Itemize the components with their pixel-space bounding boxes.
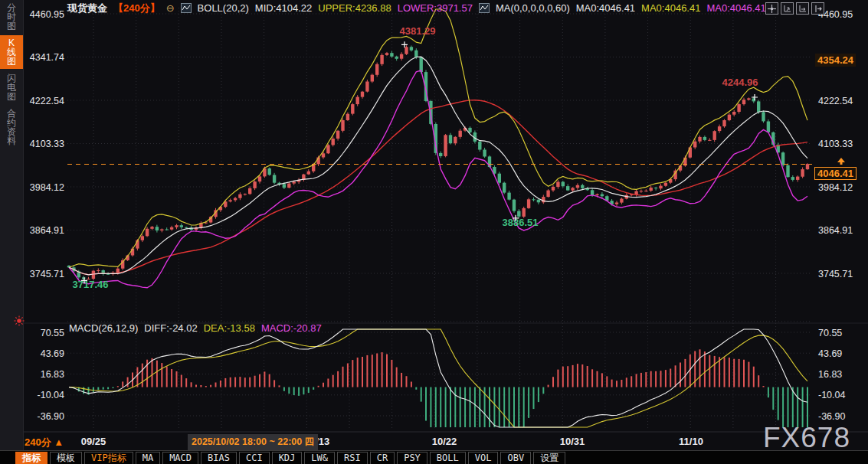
period-dropdown-arrow-icon: ▲ — [54, 436, 64, 448]
x-axis-label-3: 10/31 — [560, 436, 585, 447]
y-axis-label-left: 4341.74 — [30, 52, 64, 63]
current-price-badge: 4046.41 — [814, 167, 857, 180]
red-sun-icon[interactable] — [14, 315, 25, 326]
boll-lower-value: LOWER:3971.57 — [398, 2, 473, 14]
y-axis-label-left: 3984.12 — [30, 182, 64, 193]
boll-label: BOLL(20,2) — [198, 2, 249, 14]
macd-value: MACD:-20.87 — [261, 322, 322, 334]
sidebar-item-1[interactable]: K 线 图 — [0, 35, 23, 69]
high-price-badge: 4354.24 — [815, 54, 856, 67]
x-axis-label-4: 11/10 — [679, 436, 703, 447]
toolbar-item-10[interactable]: CR — [370, 452, 395, 464]
macd-axis-label-right: 70.55 — [818, 328, 842, 338]
y-axis-label-left: 3745.71 — [30, 269, 64, 279]
collapse-indicator-icon[interactable]: ⊖ — [166, 3, 175, 13]
y-axis-label-right: 3984.12 — [818, 182, 853, 193]
y-axis-label-left: 4222.54 — [30, 96, 64, 106]
bar-time-range-badge: 2025/10/02 18:00 ~ 22:00 四 — [188, 434, 318, 450]
price-annotation: 3886.51 — [503, 217, 539, 228]
price-annotation: 3717.46 — [73, 279, 109, 290]
y-axis-label-right: 4103.33 — [818, 139, 853, 149]
sidebar: 分 时 图K 线 图闪 电 图合 约 资 料 — [0, 0, 24, 464]
macd-axis-label-right: -36.90 — [818, 411, 845, 422]
y-axis-label-right: 3864.91 — [818, 225, 853, 236]
period-text: 240分 — [25, 436, 51, 448]
macd-lines-layer — [69, 329, 807, 427]
macd-axis-label-left: 16.83 — [41, 369, 64, 380]
macd-legend: MACD(26,12,9) DIFF:-24.02 DEA:-13.58 MAC… — [69, 322, 322, 334]
main-legend: 现货黄金 【240分】 ⊖ BOLL(20,2) MID:4104.22 UPP… — [67, 2, 766, 14]
boll-upper-value: UPPER:4236.88 — [318, 2, 391, 14]
candlestick-chart[interactable]: 4381.294244.963886.513717.464460.954341.… — [0, 0, 868, 464]
toggle-panel-icon[interactable] — [811, 2, 824, 15]
zoom-axis-x-icon[interactable] — [796, 2, 809, 15]
toolbar-item-7[interactable]: KDJ — [272, 452, 303, 464]
candles-layer — [67, 45, 809, 280]
y-axis-label-left: 4460.95 — [30, 9, 64, 20]
ma0-value-magenta: MA0:4046.41 — [706, 2, 765, 14]
toolbar-item-5[interactable]: BIAS — [201, 452, 237, 464]
macd-axis-label-left: -36.90 — [38, 411, 64, 422]
macd-label: MACD(26,12,9) — [69, 322, 138, 334]
macd-axis-label-left: 70.55 — [41, 328, 64, 338]
macd-dea-value: DEA:-13.58 — [204, 322, 255, 334]
price-annotation: 4381.29 — [400, 25, 436, 37]
macd-axis-label-right: 16.83 — [818, 369, 842, 380]
sidebar-item-3[interactable]: 合 约 资 料 — [0, 106, 23, 149]
toolbar-item-3[interactable]: MA — [136, 452, 160, 464]
y-axis-label-left: 4103.33 — [30, 139, 64, 149]
symbol-title: 现货黄金 — [67, 2, 107, 15]
macd-axis-label-right: 43.69 — [818, 348, 842, 359]
price-annotation: 4244.96 — [722, 77, 758, 88]
macd-axis-label-right: -10.04 — [818, 390, 845, 400]
toolbar-item-12[interactable]: BOLL — [430, 452, 466, 464]
boll-mid-value: MID:4104.22 — [255, 2, 312, 14]
toolbar-item-6[interactable]: CCI — [239, 452, 270, 464]
toolbar-item-1[interactable]: 模板 — [50, 452, 82, 464]
macd-axis-label-left: 43.69 — [41, 348, 64, 359]
zoom-axis-y-icon[interactable] — [781, 2, 794, 15]
toolbar-item-15[interactable]: 设置 — [533, 452, 565, 464]
overlay-lines-layer — [69, 9, 807, 288]
toolbar-item-14[interactable]: OBV — [500, 452, 531, 464]
toolbar-item-8[interactable]: LW& — [304, 452, 335, 464]
sidebar-item-2[interactable]: 闪 电 图 — [0, 70, 23, 104]
price-marker-arrow-icon — [837, 158, 846, 165]
toolbar-item-0[interactable]: 指标 — [15, 452, 47, 464]
ma0-value-yellow: MA0:4046.41 — [641, 2, 700, 14]
grid-layer — [23, 8, 868, 432]
x-axis-label-0: 09/25 — [81, 436, 106, 447]
watermark: FX678 — [763, 422, 850, 454]
macd-axis-label-left: -10.04 — [38, 390, 64, 400]
toolbar-item-11[interactable]: PSY — [397, 452, 427, 464]
ma0-value-white: MA0:4046.41 — [576, 2, 635, 14]
toolbar-item-9[interactable]: RSI — [337, 452, 368, 464]
indicator-toolbar: 指标模板VIP指标MAMACDBIASCCIKDJLW&RSICRPSYBOLL… — [0, 450, 868, 464]
ma-label: MA(0,0,0,0,0,60) — [496, 2, 570, 14]
x-axis-row: 240分 ▲ 09/2510/1310/2210/3111/10 2025/10… — [23, 433, 868, 450]
period-selector[interactable]: 240分 ▲ — [25, 436, 64, 449]
y-axis-label-left: 3864.91 — [30, 225, 64, 236]
sidebar-item-0[interactable]: 分 时 图 — [0, 0, 23, 34]
pan-tool-icon[interactable] — [765, 2, 778, 15]
chart-app: 4381.294244.963886.513717.464460.954341.… — [0, 0, 868, 464]
annotations-layer: 4381.294244.963886.513717.46 — [73, 25, 758, 290]
toolbar-item-4[interactable]: MACD — [162, 452, 198, 464]
chart-tools — [765, 2, 824, 15]
macd-diff-value: DIFF:-24.02 — [144, 322, 197, 334]
ma-indicator-icon[interactable] — [479, 3, 490, 13]
y-axis-label-right: 3745.71 — [818, 269, 853, 279]
x-axis-label-2: 10/22 — [432, 436, 457, 447]
toolbar-item-2[interactable]: VIP指标 — [84, 452, 133, 464]
period-label: 【240分】 — [113, 2, 160, 15]
y-axis-label-right: 4222.54 — [818, 96, 853, 106]
boll-indicator-icon[interactable] — [181, 3, 192, 13]
toolbar-item-13[interactable]: VOL — [468, 452, 499, 464]
